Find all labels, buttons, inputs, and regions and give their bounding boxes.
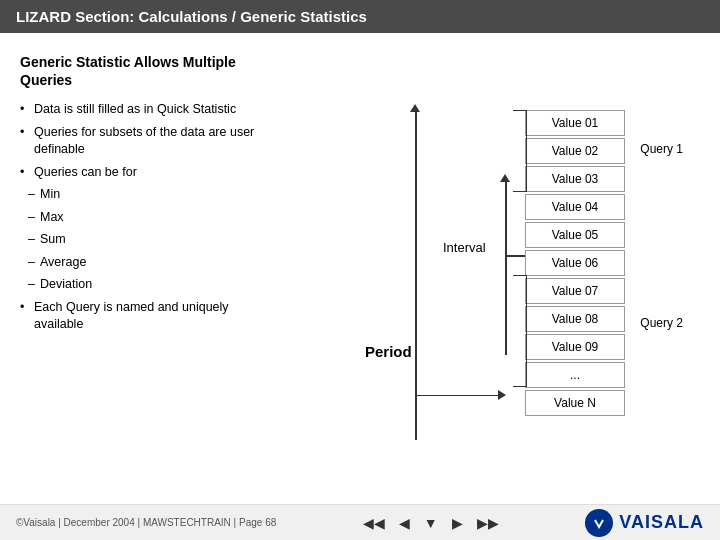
- value-box-05: Value 05: [525, 222, 625, 248]
- value-box-02: Value 02: [525, 138, 625, 164]
- period-arrow: [415, 395, 505, 397]
- interval-label: Interval: [443, 240, 486, 255]
- period-label: Period: [365, 343, 412, 360]
- footer-copyright: ©Vaisala | December 2004 | MAWSTECHTRAIN…: [16, 517, 276, 528]
- interval-line: [505, 180, 507, 355]
- query2-bracket: [513, 275, 527, 387]
- sub-item-average: Average: [20, 254, 280, 272]
- value-box-07: Value 07: [525, 278, 625, 304]
- query1-bracket: [513, 110, 527, 192]
- sub-item-sum: Sum: [20, 231, 280, 249]
- vaisala-logo: VAISALA: [585, 509, 704, 537]
- value-box-08: Value 08: [525, 306, 625, 332]
- value-box-09: Value 09: [525, 334, 625, 360]
- nav-first-button[interactable]: ◀◀: [359, 513, 389, 533]
- bullet-item-2: Queries for subsets of the data are user…: [20, 124, 280, 159]
- nav-prev-button[interactable]: ◀: [395, 513, 414, 533]
- bullet-list: Data is still filled as in Quick Statist…: [20, 101, 280, 334]
- sub-item-max: Max: [20, 209, 280, 227]
- nav-last-button[interactable]: ▶▶: [473, 513, 503, 533]
- diagram-panel: Period Interval Value 01 Value 02 Value …: [290, 53, 700, 487]
- value-box-04: Value 04: [525, 194, 625, 220]
- left-panel: Generic Statistic Allows Multiple Querie…: [20, 53, 280, 487]
- sub-item-min: Min: [20, 186, 280, 204]
- vaisala-icon: [585, 509, 613, 537]
- bullet-item-1: Data is still filled as in Quick Statist…: [20, 101, 280, 119]
- query1-label: Query 1: [640, 142, 683, 156]
- diagram: Period Interval Value 01 Value 02 Value …: [305, 100, 685, 440]
- footer: ©Vaisala | December 2004 | MAWSTECHTRAIN…: [0, 504, 720, 540]
- query2-label: Query 2: [640, 316, 683, 330]
- period-line: [415, 110, 417, 440]
- bullet-item-3: Queries can be for: [20, 164, 280, 182]
- bullet-item-4: Each Query is named and uniquely availab…: [20, 299, 280, 334]
- footer-controls[interactable]: ◀◀ ◀ ▼ ▶ ▶▶: [359, 513, 503, 533]
- value-box-ellipsis: ...: [525, 362, 625, 388]
- nav-next-button[interactable]: ▶: [448, 513, 467, 533]
- sub-item-deviation: Deviation: [20, 276, 280, 294]
- value-box-06: Value 06: [525, 250, 625, 276]
- value-box-n: Value N: [525, 390, 625, 416]
- section-title: Generic Statistic Allows Multiple Querie…: [20, 53, 280, 89]
- value-box-03: Value 03: [525, 166, 625, 192]
- value-box-01: Value 01: [525, 110, 625, 136]
- vaisala-brand: VAISALA: [619, 512, 704, 533]
- page-title: LIZARD Section: Calculations / Generic S…: [16, 8, 367, 25]
- value-boxes: Value 01 Value 02 Value 03 Value 04 Valu…: [525, 110, 625, 416]
- page-header: LIZARD Section: Calculations / Generic S…: [0, 0, 720, 33]
- nav-play-button[interactable]: ▼: [420, 513, 442, 533]
